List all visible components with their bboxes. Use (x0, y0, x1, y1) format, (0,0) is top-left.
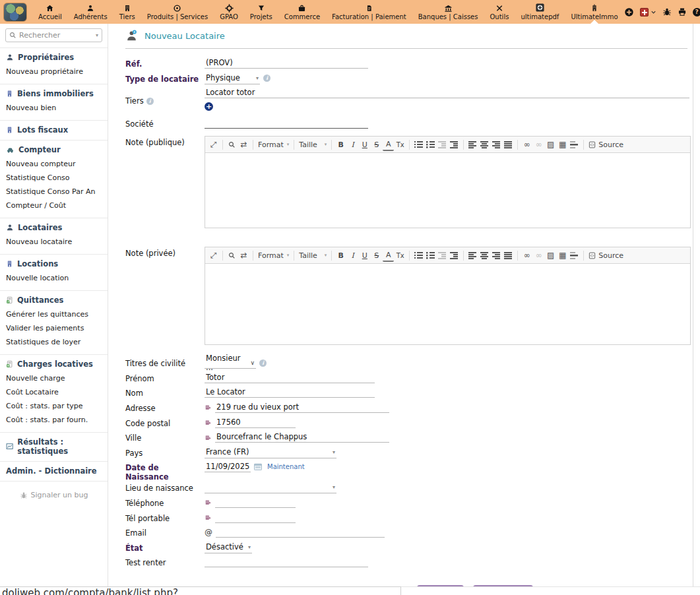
menu-ultimateimmo[interactable]: UltimateImmo (565, 0, 623, 24)
sidebar-item-proprietaires[interactable]: Propriétaires (6, 53, 104, 62)
calendar-icon[interactable] (254, 463, 262, 470)
quick-add-icon[interactable] (624, 7, 634, 17)
info-icon[interactable] (146, 98, 154, 105)
print-icon[interactable] (678, 7, 687, 16)
align-justify-icon[interactable] (503, 139, 514, 151)
sidebar-item-nouveau-proprietaire[interactable]: Nouveau propriétaire (6, 65, 104, 78)
strikethrough-icon[interactable]: S (371, 139, 382, 151)
tiers-input[interactable] (205, 87, 689, 98)
format-dropdown[interactable]: Format▾ (257, 139, 290, 151)
menu-facturation[interactable]: Facturation | Paiement (326, 0, 412, 24)
now-link[interactable]: Maintenant (267, 463, 305, 470)
underline-icon[interactable]: U (359, 139, 370, 151)
horizontal-rule-icon[interactable] (569, 249, 580, 262)
ordered-list-icon[interactable] (413, 249, 424, 262)
sidebar-item-compteur[interactable]: Compteur (6, 145, 104, 154)
town-input[interactable] (215, 431, 389, 443)
menu-adherents[interactable]: Adhérents (68, 0, 113, 24)
address-input[interactable] (215, 402, 389, 413)
search-caret-icon[interactable]: ▾ (96, 32, 98, 38)
sidebar-item-statistique-conso[interactable]: Statistique Conso (6, 171, 104, 185)
align-justify-icon[interactable] (503, 249, 514, 262)
bold-icon[interactable]: B (335, 249, 346, 262)
bold-icon[interactable]: B (335, 139, 346, 151)
menu-commerce[interactable]: Commerce (278, 0, 326, 24)
menu-ultimatepdf[interactable]: ultimatepdf (515, 0, 565, 24)
zip-input[interactable] (215, 417, 296, 428)
note-public-textarea[interactable] (205, 153, 690, 228)
sidebar-item-nouveau-compteur[interactable]: Nouveau compteur (6, 157, 104, 171)
sidebar-item-locataires[interactable]: Locataires (6, 223, 104, 232)
test-renter-input[interactable] (205, 556, 368, 567)
menu-accueil[interactable]: Accueil (32, 0, 68, 24)
sidebar-item-nouvelle-charge[interactable]: Nouvelle charge (6, 371, 104, 385)
sidebar-item-biens-immobiliers[interactable]: Biens immobiliers (6, 89, 104, 98)
language-selector[interactable] (640, 8, 656, 16)
strikethrough-icon[interactable]: S (371, 249, 382, 262)
ordered-list-icon[interactable] (413, 139, 424, 151)
link-icon[interactable]: ∞ (521, 249, 532, 262)
civility-select[interactable]: Monsieur ...∨ (205, 357, 256, 369)
mobile-input[interactable] (215, 512, 296, 523)
lastname-input[interactable] (205, 387, 375, 398)
menu-gpao[interactable]: GPAO (214, 0, 244, 24)
sidebar-item-valider-paiements[interactable]: Valider les paiements (6, 321, 104, 335)
sidebar-item-locations[interactable]: Locations (6, 259, 104, 268)
unordered-list-icon[interactable] (425, 249, 436, 262)
sidebar-item-statistique-conso-par-an[interactable]: Statistique Conso Par An (6, 185, 104, 199)
country-select[interactable]: France (FR)▾ (205, 447, 336, 458)
ref-input[interactable] (205, 57, 368, 69)
sidebar-item-lots-fiscaux[interactable]: Lots fiscaux (6, 125, 104, 135)
menu-banques[interactable]: Banques | Caisses (412, 0, 484, 24)
image-icon[interactable]: ▨ (545, 139, 556, 151)
align-left-icon[interactable] (467, 139, 478, 151)
tenant-type-select[interactable]: Physique▾ (205, 73, 260, 84)
menu-outils[interactable]: Outils (484, 0, 515, 24)
indent-icon[interactable] (449, 139, 460, 151)
status-select[interactable]: Désactivé▾ (205, 542, 252, 553)
source-button[interactable]: Source (587, 249, 625, 262)
company-input[interactable] (205, 117, 368, 129)
text-color-icon[interactable]: A (383, 139, 394, 151)
fill-from-thirdparty-icon[interactable] (205, 419, 212, 425)
align-right-icon[interactable] (491, 249, 502, 262)
sidebar-item-nouveau-locataire[interactable]: Nouveau locataire (6, 235, 104, 249)
fill-from-thirdparty-icon[interactable] (205, 434, 212, 441)
menu-projets[interactable]: Projets (244, 0, 278, 24)
sidebar-item-cout-stats-type[interactable]: Coût : stats. par type (6, 399, 104, 413)
fill-from-thirdparty-icon[interactable] (205, 514, 212, 520)
remove-format-icon[interactable]: Tx (395, 139, 406, 151)
align-left-icon[interactable] (467, 249, 478, 262)
birthdate-input[interactable] (205, 461, 251, 472)
source-button[interactable]: Source (587, 139, 625, 151)
sidebar-item-nouveau-bien[interactable]: Nouveau bien (6, 101, 104, 115)
size-dropdown[interactable]: Taille▾ (298, 249, 328, 262)
text-color-icon[interactable]: A (383, 249, 394, 262)
italic-icon[interactable]: I (347, 249, 358, 262)
italic-icon[interactable]: I (347, 139, 358, 151)
image-icon[interactable]: ▨ (545, 249, 556, 262)
table-icon[interactable]: ▦ (557, 249, 568, 262)
outdent-icon[interactable] (437, 249, 448, 262)
replace-icon[interactable]: ⇄ (238, 249, 249, 262)
report-bug-link[interactable]: Signaler un bug (0, 491, 108, 499)
menu-tiers[interactable]: Tiers (113, 0, 141, 24)
sidebar-item-generer-quittances[interactable]: Générer les quittances (6, 307, 104, 321)
phone-input[interactable] (215, 497, 296, 508)
unordered-list-icon[interactable] (425, 139, 436, 151)
info-icon[interactable] (259, 360, 267, 367)
info-icon[interactable] (263, 75, 270, 82)
sidebar-search[interactable]: ▾ (5, 28, 102, 42)
sidebar-item-charges-locatives[interactable]: Charges locatives (6, 360, 104, 369)
horizontal-rule-icon[interactable] (569, 139, 580, 151)
sidebar-item-compteur-cout[interactable]: Compteur / Coût (6, 199, 104, 212)
unlink-icon[interactable]: ∞ (533, 139, 544, 151)
note-private-textarea[interactable] (205, 264, 690, 344)
underline-icon[interactable]: U (359, 249, 370, 262)
align-center-icon[interactable] (479, 249, 490, 262)
fill-from-thirdparty-icon[interactable] (205, 499, 212, 505)
table-icon[interactable]: ▦ (557, 139, 568, 151)
align-right-icon[interactable] (491, 139, 502, 151)
sidebar-item-resultats-statistiques[interactable]: Résultats : statistiques (6, 437, 104, 456)
sidebar-item-quittances[interactable]: Quittances (6, 296, 104, 305)
